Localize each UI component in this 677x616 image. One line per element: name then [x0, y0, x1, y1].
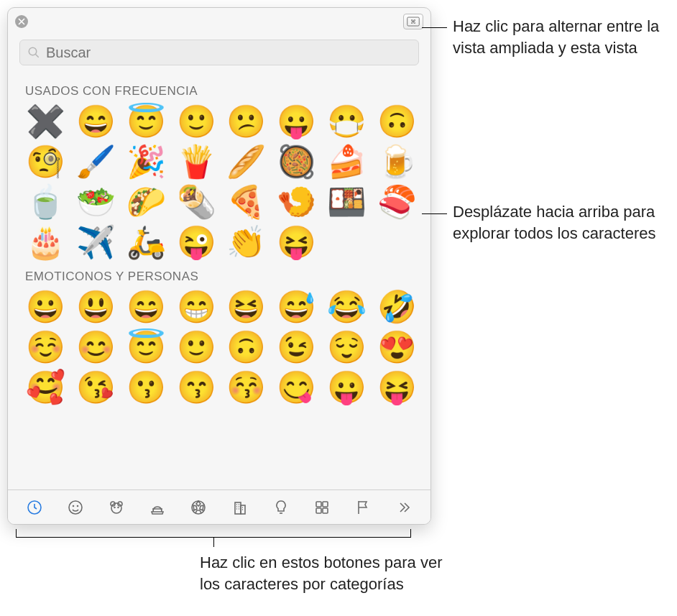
emoji-cell[interactable]: 😅 — [275, 291, 319, 323]
soccer-icon — [190, 499, 207, 516]
emoji-cell[interactable]: 🍰 — [325, 146, 369, 178]
category-recent[interactable] — [20, 495, 49, 520]
emoji-cell[interactable]: 🤣 — [374, 291, 419, 323]
emoji-cell[interactable]: 😝 — [374, 372, 419, 403]
svg-point-12 — [118, 507, 119, 507]
category-travel[interactable] — [226, 495, 254, 520]
character-viewer-panel: ⌘ USADOS CON FRECUENCIA ✖️😄😇🙂😕😛😷🙃🧐🖌️🎉🍟🥖🥘… — [7, 7, 431, 525]
category-bar — [8, 489, 430, 524]
svg-point-2 — [29, 47, 37, 55]
svg-rect-17 — [323, 502, 328, 507]
emoji-cell[interactable]: ✈️ — [74, 226, 119, 258]
category-more[interactable] — [390, 495, 418, 520]
emoji-cell[interactable]: 😷 — [325, 106, 369, 137]
clock-icon — [26, 499, 43, 516]
symbols-icon — [313, 499, 331, 516]
svg-line-3 — [35, 54, 39, 58]
emoji-cell[interactable]: ✖️ — [24, 106, 68, 137]
emoji-cell[interactable]: 😆 — [224, 291, 269, 323]
section-header-smileys: EMOTICONOS Y PERSONAS — [25, 270, 422, 284]
emoji-cell[interactable]: 😃 — [74, 291, 119, 323]
category-food[interactable] — [143, 495, 172, 520]
grid-frequently-used: ✖️😄😇🙂😕😛😷🙃🧐🖌️🎉🍟🥖🥘🍰🍺🍵🥗🌮🌯🍕🍤🍱🍣🎂✈️🛵😜👏😝 — [21, 104, 422, 259]
emoji-cell[interactable]: 😗 — [124, 372, 169, 403]
emoji-cell[interactable]: 🙃 — [224, 331, 269, 363]
category-smileys[interactable] — [61, 495, 90, 520]
emoji-cell[interactable]: 🍵 — [24, 186, 68, 218]
emoji-cell[interactable]: 🎉 — [124, 146, 169, 178]
emoji-cell[interactable]: 🥘 — [275, 146, 319, 178]
emoji-cell[interactable]: 😘 — [74, 372, 119, 403]
emoji-cell[interactable]: 🌯 — [174, 186, 218, 218]
emoji-cell[interactable]: 😀 — [24, 291, 68, 323]
emoji-cell[interactable]: 😄 — [74, 106, 119, 137]
emoji-cell[interactable]: 🍕 — [224, 186, 269, 218]
emoji-cell[interactable]: 😛 — [325, 372, 369, 403]
emoji-cell[interactable]: 😝 — [275, 226, 319, 258]
chevron-double-right-icon — [395, 499, 413, 516]
emoji-cell[interactable]: 😄 — [124, 291, 169, 323]
emoji-cell[interactable]: 😇 — [124, 331, 169, 363]
emoji-cell[interactable]: 🍤 — [275, 186, 319, 218]
building-icon — [231, 499, 249, 516]
emoji-cell[interactable]: 😉 — [275, 331, 319, 363]
emoji-cell[interactable]: 😙 — [174, 372, 218, 403]
category-symbols[interactable] — [308, 495, 336, 520]
callout-line — [422, 213, 447, 214]
emoji-cell[interactable]: 😛 — [275, 106, 319, 137]
flag-icon — [354, 499, 372, 516]
svg-text:⌘: ⌘ — [410, 19, 416, 25]
emoji-cell[interactable]: 👏 — [224, 226, 269, 258]
emoji-cell[interactable]: 😇 — [124, 106, 169, 137]
emoji-cell[interactable]: 🌮 — [124, 186, 169, 218]
svg-point-6 — [73, 505, 73, 506]
callout-toggle-view: Haz clic para alternar entre la vista am… — [453, 16, 676, 58]
grid-smileys-people: 😀😃😄😁😆😅😂🤣☺️😊😇🙂🙃😉😌😍🥰😘😗😙😚😋😛😝 — [21, 290, 422, 405]
callout-scroll-hint: Desplázate hacia arriba para explorar to… — [453, 201, 677, 244]
emoji-cell[interactable]: 😍 — [374, 331, 419, 363]
emoji-cell[interactable]: 🙂 — [174, 106, 218, 137]
emoji-scroll-area[interactable]: USADOS CON FRECUENCIA ✖️😄😇🙂😕😛😷🙃🧐🖌️🎉🍟🥖🥘🍰🍺… — [8, 71, 430, 489]
close-icon — [18, 18, 25, 25]
emoji-cell[interactable]: 😜 — [174, 226, 218, 258]
category-activity[interactable] — [184, 495, 213, 520]
emoji-cell[interactable]: 🍟 — [174, 146, 218, 178]
emoji-cell[interactable]: 🥰 — [24, 372, 68, 403]
emoji-cell[interactable]: 🖌️ — [74, 146, 119, 178]
emoji-cell[interactable]: 🙃 — [374, 106, 419, 137]
search-field[interactable] — [19, 40, 419, 65]
emoji-cell[interactable]: 😋 — [275, 372, 319, 403]
emoji-cell[interactable]: 🧐 — [24, 146, 68, 178]
toggle-view-button[interactable]: ⌘ — [403, 14, 423, 29]
emoji-cell[interactable]: 😊 — [74, 331, 119, 363]
emoji-cell[interactable]: 😁 — [174, 291, 218, 323]
category-flags[interactable] — [349, 495, 377, 520]
close-button[interactable] — [15, 15, 28, 28]
emoji-cell[interactable]: 🛵 — [124, 226, 169, 258]
emoji-cell[interactable]: 🙂 — [174, 331, 218, 363]
emoji-cell[interactable]: 🥗 — [74, 186, 119, 218]
emoji-cell[interactable]: 😂 — [325, 291, 369, 323]
category-objects[interactable] — [267, 495, 295, 520]
svg-rect-18 — [316, 508, 321, 513]
callout-bracket — [16, 529, 411, 538]
svg-rect-19 — [323, 508, 328, 513]
section-header-frequent: USADOS CON FRECUENCIA — [25, 84, 422, 98]
callout-category-hint: Haz clic en estos botones para ver los c… — [200, 552, 444, 594]
search-input[interactable] — [46, 45, 411, 61]
emoji-cell[interactable]: 🍺 — [374, 146, 419, 178]
emoji-cell[interactable]: ☺️ — [24, 331, 68, 363]
emoji-cell[interactable]: 🥖 — [224, 146, 269, 178]
category-animals[interactable] — [102, 495, 131, 520]
svg-point-5 — [69, 501, 82, 514]
emoji-cell[interactable]: 😕 — [224, 106, 269, 137]
emoji-cell[interactable]: 🍱 — [325, 186, 369, 218]
lightbulb-icon — [272, 499, 290, 516]
emoji-cell[interactable]: 🍣 — [374, 186, 419, 218]
svg-rect-14 — [235, 502, 241, 514]
emoji-cell[interactable]: 😌 — [325, 331, 369, 363]
smiley-icon — [67, 499, 84, 516]
emoji-cell[interactable]: 🎂 — [24, 226, 68, 258]
emoji-cell[interactable]: 😚 — [224, 372, 269, 403]
svg-point-7 — [77, 505, 78, 506]
